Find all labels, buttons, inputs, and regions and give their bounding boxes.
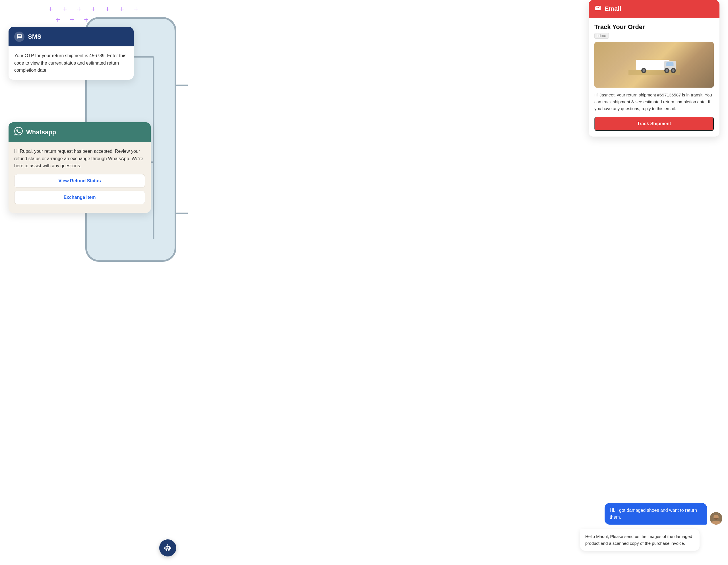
user-message-container: Hi, I got damaged shoes and want to retu…: [580, 503, 722, 525]
plus-icon: +: [119, 5, 124, 13]
sms-message: Your OTP for your return shipment is 456…: [14, 53, 126, 73]
chatbot-icon: [159, 539, 176, 556]
whatsapp-body: Hi Rupal, your return request has been a…: [9, 142, 151, 213]
truck-image: [594, 42, 714, 88]
svg-rect-19: [168, 547, 169, 549]
plus-icon: +: [91, 5, 96, 13]
view-refund-button[interactable]: View Refund Status: [14, 174, 145, 188]
plus-icon: +: [134, 5, 138, 13]
svg-rect-25: [166, 550, 167, 551]
chat-area: Hi, I got damaged shoes and want to retu…: [580, 503, 722, 551]
svg-point-14: [672, 69, 675, 72]
sms-body: Your OTP for your return shipment is 456…: [9, 46, 134, 80]
email-icon: [594, 5, 601, 13]
user-avatar: [710, 512, 722, 525]
whatsapp-card: Whatsapp Hi Rupal, your return request h…: [9, 122, 151, 213]
whatsapp-header: Whatsapp: [9, 122, 151, 142]
whatsapp-message: Hi Rupal, your return request has been a…: [14, 148, 145, 169]
email-badge: Inbox: [594, 33, 609, 39]
sms-icon: [14, 32, 24, 42]
svg-rect-8: [666, 62, 673, 66]
email-header-title: Email: [605, 5, 621, 13]
plus-icon: +: [77, 5, 81, 13]
svg-point-10: [643, 69, 645, 72]
email-card: Email Track Your Order Inbox: [589, 0, 719, 136]
sms-card: SMS Your OTP for your return shipment is…: [9, 27, 134, 80]
sms-header: SMS: [9, 27, 134, 46]
whatsapp-title: Whatsapp: [26, 129, 56, 136]
exchange-item-button[interactable]: Exchange Item: [14, 190, 145, 204]
svg-rect-20: [167, 549, 168, 550]
svg-rect-26: [168, 550, 169, 551]
svg-rect-18: [166, 547, 167, 549]
svg-rect-24: [170, 547, 171, 549]
sms-title: SMS: [28, 33, 42, 40]
email-subject: Track Your Order: [594, 23, 714, 31]
svg-rect-23: [164, 547, 165, 549]
plus-icon: +: [105, 5, 110, 13]
email-text: Hi Jasneet, your return shipment #697136…: [594, 92, 714, 112]
plus-icon: +: [70, 16, 74, 24]
email-body: Track Your Order Inbox Hi: [589, 18, 719, 136]
whatsapp-icon: [14, 127, 23, 137]
svg-point-12: [666, 69, 668, 72]
plus-icon: +: [48, 5, 53, 13]
email-header: Email: [589, 0, 719, 18]
plus-icon: +: [55, 16, 60, 24]
user-bubble: Hi, I got damaged shoes and want to retu…: [605, 503, 707, 525]
plus-icon: +: [63, 5, 67, 13]
bot-bubble: Hello Mridul, Please send us the images …: [580, 529, 700, 551]
track-shipment-button[interactable]: Track Shipment: [594, 117, 714, 131]
svg-point-22: [167, 544, 168, 545]
